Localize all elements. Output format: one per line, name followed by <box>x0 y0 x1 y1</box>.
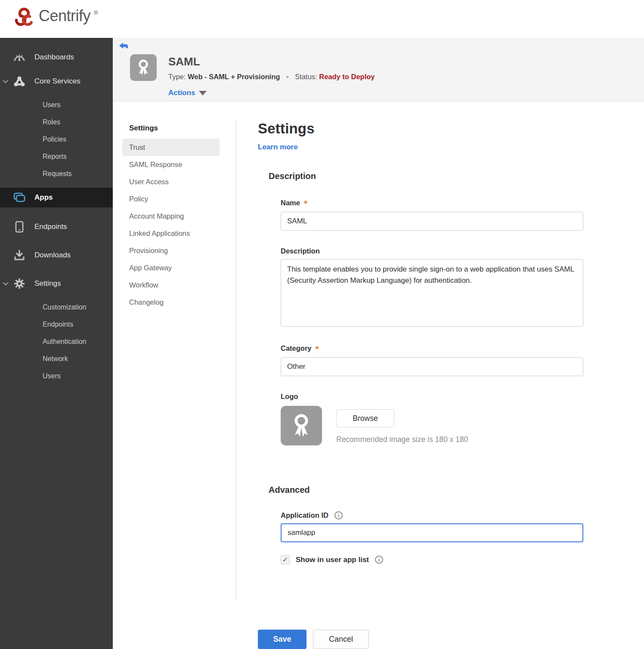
status-value: Ready to Deploy <box>319 73 375 80</box>
settings-form: Settings Learn more Description Name * D… <box>236 121 644 649</box>
description-field[interactable]: This template enables you to provide sin… <box>281 259 583 327</box>
application-id-label: Application ID <box>281 511 328 519</box>
category-label: Category <box>281 344 312 352</box>
sidebar-item-requests[interactable]: Requests <box>0 165 113 182</box>
sidebar-item-label: Dashboards <box>34 53 74 62</box>
sidebar-item-reports[interactable]: Reports <box>0 148 113 165</box>
meta-separator: • <box>286 73 289 80</box>
sidebar-item-label: Apps <box>34 193 53 202</box>
page-title: Settings <box>258 121 644 137</box>
subnav-item-provisioning[interactable]: Provisioning <box>122 242 220 259</box>
show-in-user-app-list-label: Show in user app list <box>296 556 369 564</box>
save-button[interactable]: Save <box>258 630 307 649</box>
sidebar-item-customization[interactable]: Customization <box>0 299 113 316</box>
name-label-row: Name * <box>281 198 644 208</box>
sidebar-item-settings[interactable]: Settings <box>0 275 113 293</box>
learn-more-link[interactable]: Learn more <box>258 143 298 151</box>
chevron-down-icon[interactable] <box>3 78 9 84</box>
application-id-field[interactable] <box>281 523 583 542</box>
sidebar-item-policies[interactable]: Policies <box>0 131 113 148</box>
gauge-icon <box>13 53 26 62</box>
description-section-heading: Description <box>269 171 644 181</box>
sidebar-item-label: Core Services <box>34 77 80 86</box>
settings-submenu: Customization Endpoints Authentication N… <box>0 299 113 385</box>
show-in-user-app-list-checkbox[interactable] <box>281 555 290 564</box>
subnav-item-policy[interactable]: Policy <box>122 190 220 207</box>
category-label-row: Category * <box>281 343 644 353</box>
sidebar-item-roles[interactable]: Roles <box>0 114 113 131</box>
type-value: Web - SAML + Provisioning <box>188 73 280 80</box>
device-icon <box>13 221 26 233</box>
app-settings-subnav: Settings Trust SAML Response User Access… <box>113 121 236 601</box>
subnav-item-user-access[interactable]: User Access <box>122 173 220 190</box>
subnav-item-changelog[interactable]: Changelog <box>122 294 220 311</box>
sidebar-item-label: Endpoints <box>34 223 67 231</box>
brand-trademark: ® <box>94 9 98 16</box>
logo-label-row: Logo <box>281 392 644 401</box>
app-meta-line: Type: Web - SAML + Provisioning • Status… <box>168 73 375 81</box>
apps-icon <box>13 192 26 203</box>
show-in-user-app-list-row: Show in user app list <box>281 555 644 564</box>
form-actions: Save Cancel <box>258 630 644 649</box>
subnav-item-workflow[interactable]: Workflow <box>122 276 220 294</box>
browse-button[interactable]: Browse <box>336 409 394 427</box>
sidebar-item-downloads[interactable]: Downloads <box>0 246 113 264</box>
sidebar: Dashboards Core Services Users Roles Pol… <box>0 38 113 649</box>
sidebar-item-dashboards[interactable]: Dashboards <box>0 48 113 66</box>
gear-icon <box>13 278 26 290</box>
sidebar-item-users[interactable]: Users <box>0 96 113 114</box>
description-label: Description <box>281 247 320 255</box>
subnav-item-trust[interactable]: Trust <box>122 139 220 156</box>
download-icon <box>13 250 26 261</box>
brand-name: Centrify <box>39 7 90 25</box>
content-area: SAML Type: Web - SAML + Provisioning • S… <box>113 38 644 649</box>
actions-dropdown[interactable]: Actions <box>168 89 375 97</box>
subnav-item-linked-applications[interactable]: Linked Applications <box>122 225 220 242</box>
info-icon[interactable] <box>375 556 383 564</box>
core-services-submenu: Users Roles Policies Reports Requests <box>0 96 113 182</box>
subnav-item-account-mapping[interactable]: Account Mapping <box>122 207 220 225</box>
logo-label: Logo <box>281 392 298 401</box>
back-arrow-icon[interactable] <box>119 42 128 50</box>
top-bar: Centrify ® <box>0 0 644 38</box>
sidebar-item-core-services[interactable]: Core Services <box>0 72 113 90</box>
sidebar-item-apps[interactable]: Apps <box>0 188 113 207</box>
centrify-swirl-icon <box>13 7 35 31</box>
application-id-label-row: Application ID <box>281 511 644 519</box>
sidebar-item-authentication[interactable]: Authentication <box>0 333 113 350</box>
description-label-row: Description <box>281 247 644 255</box>
required-marker: * <box>316 344 319 354</box>
app-title: SAML <box>168 55 375 68</box>
brand-logo: Centrify ® <box>13 7 98 31</box>
sidebar-item-network[interactable]: Network <box>0 350 113 368</box>
sidebar-item-label: Downloads <box>34 251 71 260</box>
required-marker: * <box>304 198 307 209</box>
type-label: Type: <box>168 73 186 80</box>
app-page-header: SAML Type: Web - SAML + Provisioning • S… <box>113 38 644 102</box>
core-services-icon <box>13 76 26 87</box>
status-label: Status: <box>295 73 317 80</box>
advanced-section-heading: Advanced <box>269 485 644 495</box>
name-label: Name <box>281 199 300 207</box>
subnav-item-saml-response[interactable]: SAML Response <box>122 156 220 173</box>
actions-label: Actions <box>168 89 195 97</box>
caret-down-icon <box>199 91 207 96</box>
logo-size-hint: Recommended image size is 180 x 180 <box>336 435 468 444</box>
sidebar-item-endpoints[interactable]: Endpoints <box>0 218 113 236</box>
chevron-down-icon[interactable] <box>3 281 9 287</box>
name-field[interactable] <box>281 212 583 231</box>
cancel-button[interactable]: Cancel <box>313 630 369 649</box>
subnav-header: Settings <box>122 121 236 139</box>
app-logo-preview <box>281 406 322 445</box>
subnav-item-app-gateway[interactable]: App Gateway <box>122 259 220 276</box>
sidebar-item-endpoints-settings[interactable]: Endpoints <box>0 316 113 333</box>
sidebar-item-users-settings[interactable]: Users <box>0 368 113 385</box>
info-icon[interactable] <box>334 511 343 519</box>
category-field[interactable] <box>281 357 583 376</box>
sidebar-item-label: Settings <box>34 279 61 288</box>
app-icon <box>130 54 157 81</box>
